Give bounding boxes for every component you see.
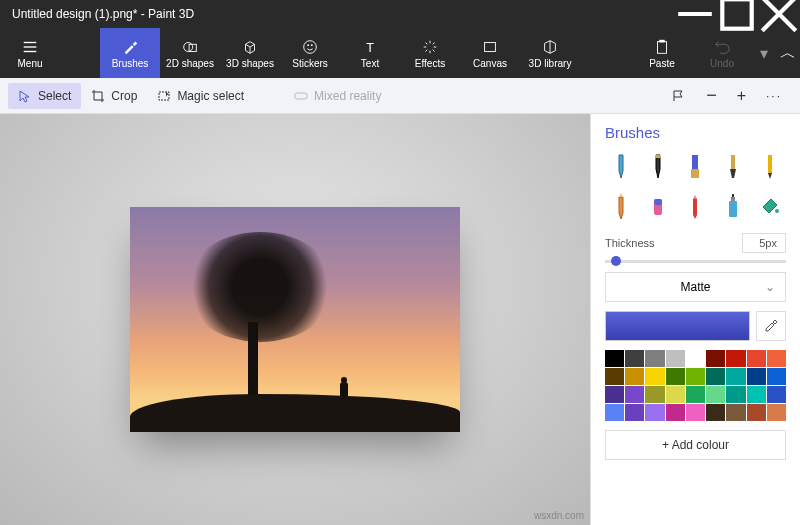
shapes2d-label: 2D shapes [166, 58, 214, 69]
3d-library-tab[interactable]: 3D library [520, 28, 580, 78]
palette-swatch[interactable] [645, 368, 664, 385]
effects-label: Effects [415, 58, 445, 69]
paste-button[interactable]: Paste [632, 28, 692, 78]
menu-button[interactable]: Menu [0, 28, 60, 78]
canvas-image[interactable] [130, 207, 460, 432]
watermark: wsxdn.com [534, 510, 584, 521]
add-colour-button[interactable]: + Add colour [605, 430, 786, 460]
crop-tool[interactable]: Crop [81, 83, 147, 109]
collapse-ribbon[interactable]: ︿ [776, 28, 800, 78]
thickness-value[interactable]: 5px [742, 233, 786, 253]
brushes-tab[interactable]: Brushes [100, 28, 160, 78]
svg-rect-30 [731, 155, 735, 169]
palette-swatch[interactable] [726, 368, 745, 385]
effects-tab[interactable]: Effects [400, 28, 460, 78]
zoom-out-button[interactable]: − [696, 81, 727, 110]
palette-swatch[interactable] [747, 350, 766, 367]
palette-swatch[interactable] [747, 404, 766, 421]
3d-shapes-tab[interactable]: 3D shapes [220, 28, 280, 78]
palette-swatch[interactable] [686, 386, 705, 403]
palette-swatch[interactable] [706, 368, 725, 385]
minimize-button[interactable] [674, 0, 716, 28]
crayon-brush[interactable] [680, 190, 711, 224]
svg-point-7 [184, 42, 193, 51]
svg-rect-36 [732, 194, 734, 197]
calligraphy-brush[interactable] [642, 150, 673, 184]
palette-swatch[interactable] [706, 386, 725, 403]
palette-swatch[interactable] [767, 350, 786, 367]
palette-swatch[interactable] [726, 350, 745, 367]
stickers-icon [301, 38, 319, 56]
palette-swatch[interactable] [645, 404, 664, 421]
palette-swatch[interactable] [645, 350, 664, 367]
palette-swatch[interactable] [686, 368, 705, 385]
finish-dropdown[interactable]: Matte [605, 272, 786, 302]
palette-swatch[interactable] [767, 368, 786, 385]
2d-shapes-tab[interactable]: 2D shapes [160, 28, 220, 78]
undo-label: Undo [710, 58, 734, 69]
palette-swatch[interactable] [605, 404, 624, 421]
maximize-button[interactable] [716, 0, 758, 28]
current-color-swatch[interactable] [605, 311, 750, 341]
palette-swatch[interactable] [706, 350, 725, 367]
more-button[interactable]: ··· [756, 83, 792, 109]
zoom-in-button[interactable]: + [727, 83, 756, 109]
eraser-brush[interactable] [642, 190, 673, 224]
spray-can-brush[interactable] [717, 190, 748, 224]
palette-swatch[interactable] [625, 368, 644, 385]
undo-button[interactable]: Undo [692, 28, 752, 78]
palette-swatch[interactable] [767, 386, 786, 403]
svg-rect-25 [159, 92, 169, 100]
palette-swatch[interactable] [605, 350, 624, 367]
close-button[interactable] [758, 0, 800, 28]
watercolor-brush[interactable] [717, 150, 748, 184]
text-tab[interactable]: T Text [340, 28, 400, 78]
palette-swatch[interactable] [686, 350, 705, 367]
fill-bucket-brush[interactable] [755, 190, 786, 224]
thickness-label: Thickness [605, 237, 655, 249]
toolbar: Select Crop Magic select Mixed reality −… [0, 78, 800, 114]
palette-swatch[interactable] [747, 368, 766, 385]
palette-swatch[interactable] [666, 404, 685, 421]
canvas-tab[interactable]: Canvas [460, 28, 520, 78]
magic-select-tool[interactable]: Magic select [147, 83, 254, 109]
svg-line-18 [433, 49, 435, 51]
palette-swatch[interactable] [666, 368, 685, 385]
svg-rect-29 [691, 169, 699, 178]
palette-swatch[interactable] [625, 404, 644, 421]
palette-swatch[interactable] [605, 386, 624, 403]
shapes3d-icon [241, 38, 259, 56]
palette-swatch[interactable] [726, 386, 745, 403]
canvas-workspace[interactable]: wsxdn.com [0, 114, 590, 525]
svg-rect-35 [731, 197, 735, 201]
palette-swatch[interactable] [625, 386, 644, 403]
shapes3d-label: 3D shapes [226, 58, 274, 69]
pencil-brush[interactable] [605, 190, 636, 224]
oil-brush[interactable] [680, 150, 711, 184]
palette-swatch[interactable] [666, 386, 685, 403]
svg-rect-31 [768, 155, 772, 173]
eyedropper-button[interactable] [756, 311, 786, 341]
palette-swatch[interactable] [706, 404, 725, 421]
magic-icon [157, 89, 171, 103]
marker-brush[interactable] [605, 150, 636, 184]
view-3d-toggle[interactable] [662, 83, 696, 109]
palette-swatch[interactable] [625, 350, 644, 367]
palette-swatch[interactable] [686, 404, 705, 421]
select-tool[interactable]: Select [8, 83, 81, 109]
palette-swatch[interactable] [747, 386, 766, 403]
stickers-label: Stickers [292, 58, 328, 69]
thickness-slider[interactable] [605, 260, 786, 263]
pixel-pen-brush[interactable] [755, 150, 786, 184]
palette-swatch[interactable] [645, 386, 664, 403]
palette-swatch[interactable] [605, 368, 624, 385]
palette-swatch[interactable] [726, 404, 745, 421]
lib3d-icon [541, 38, 559, 56]
ribbon: Menu Brushes 2D shapes 3D shapes Sticker… [0, 28, 800, 78]
paste-label: Paste [649, 58, 675, 69]
palette-swatch[interactable] [767, 404, 786, 421]
history-dropdown[interactable]: ▾ [752, 28, 776, 78]
image-ground [130, 394, 460, 432]
palette-swatch[interactable] [666, 350, 685, 367]
stickers-tab[interactable]: Stickers [280, 28, 340, 78]
